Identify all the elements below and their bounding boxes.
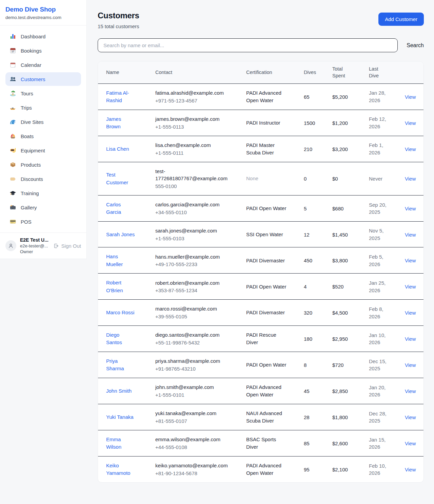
add-customer-button[interactable]: Add Customer — [378, 13, 424, 26]
customer-name-link[interactable]: Carlos Garcia — [106, 201, 135, 216]
last-dive: Feb 8, 2026 — [369, 305, 390, 320]
view-link[interactable]: View — [405, 94, 416, 100]
page-header: Customers 15 total customers Add Custome… — [98, 8, 424, 29]
customers-table-card: NameContactCertificationDivesTotal Spent… — [98, 61, 424, 483]
search-button[interactable]: Search — [407, 42, 424, 49]
sidebar-item-label: Dashboard — [21, 34, 45, 39]
sidebar-item-equipment[interactable]: Equipment — [5, 144, 81, 157]
view-link[interactable]: View — [405, 388, 416, 394]
user-info: E2E Test U... e2e-tester@... Owner — [20, 237, 50, 254]
customer-email: robert.obrien@example.com — [155, 279, 229, 287]
dives-count: 12 — [304, 232, 321, 238]
customer-name-link[interactable]: Diego Santos — [106, 331, 135, 347]
sidebar: Demo Dive Shop demo.test.divestreams.com… — [0, 0, 87, 259]
total-spent: $2,850 — [332, 388, 358, 394]
search-input[interactable] — [98, 38, 398, 52]
customer-name-link[interactable]: Robert O'Brien — [106, 279, 135, 294]
view-link[interactable]: View — [405, 206, 416, 211]
sidebar-item-pos[interactable]: POS — [5, 215, 81, 228]
customers-table: NameContactCertificationDivesTotal Spent… — [98, 61, 424, 482]
customer-phone: +353-87-555-1234 — [155, 287, 235, 294]
view-link[interactable]: View — [405, 467, 416, 472]
customer-phone: +49-170-555-2233 — [155, 261, 235, 268]
customer-name-link[interactable]: Hans Mueller — [106, 253, 135, 268]
dives-count: 450 — [304, 258, 321, 263]
last-dive: Jan 20, 2026 — [369, 384, 390, 399]
sidebar-item-boats[interactable]: Boats — [5, 129, 81, 143]
sidebar-item-label: POS — [21, 219, 32, 225]
shop-domain: demo.test.divestreams.com — [5, 15, 81, 20]
view-link[interactable]: View — [405, 284, 416, 290]
column-header-total-spent: Total Spent — [324, 61, 361, 83]
customer-email: yuki.tanaka@example.com — [155, 410, 229, 417]
view-link[interactable]: View — [405, 336, 416, 342]
sidebar-item-tours[interactable]: Tours — [5, 87, 81, 100]
customer-name-link[interactable]: Keiko Yamamoto — [106, 462, 135, 477]
view-link[interactable]: View — [405, 176, 416, 182]
customer-name-link[interactable]: Sarah Jones — [106, 231, 135, 239]
view-link[interactable]: View — [405, 362, 416, 368]
customer-name-link[interactable]: Priya Sharma — [106, 357, 135, 373]
view-link[interactable]: View — [405, 232, 416, 238]
sidebar-item-label: Equipment — [21, 148, 45, 153]
package-icon — [9, 161, 16, 168]
total-spent: $2,950 — [332, 336, 358, 342]
customer-name-link[interactable]: Lisa Chen — [106, 145, 129, 153]
customer-name-link[interactable]: Test Customer — [106, 171, 135, 186]
last-dive: Jan 15, 2026 — [369, 436, 390, 451]
sidebar-item-gallery[interactable]: Gallery — [5, 201, 81, 214]
certification: PADI Open Water — [246, 283, 288, 291]
dives-count: 5 — [304, 206, 321, 211]
sidebar-item-dive-sites[interactable]: Dive Sites — [5, 115, 81, 129]
customer-email: john.smith@example.com — [155, 384, 229, 391]
customer-email: lisa.chen@example.com — [155, 142, 229, 149]
customer-row: Fatima Al-Rashidfatima.alrashid@example.… — [98, 83, 424, 110]
column-header-contact: Contact — [147, 61, 238, 83]
sidebar-item-discounts[interactable]: Discounts — [5, 172, 81, 186]
certification: PADI Master Scuba Diver — [246, 142, 288, 157]
sidebar-item-label: Customers — [21, 76, 45, 82]
sign-out-button[interactable]: Sign Out — [53, 243, 81, 249]
view-link[interactable]: View — [405, 310, 416, 316]
certification: PADI Advanced Open Water — [246, 462, 288, 477]
sidebar-item-bookings[interactable]: 17Bookings — [5, 44, 81, 57]
column-header-certification: Certification — [238, 61, 296, 83]
customer-phone: +1-555-0103 — [155, 235, 235, 242]
total-spent: $3,800 — [332, 258, 358, 263]
customer-row: Sarah Jonessarah.jones@example.com+1-555… — [98, 221, 424, 247]
customer-name-link[interactable]: Marco Rossi — [106, 309, 134, 317]
customer-name-link[interactable]: John Smith — [106, 387, 132, 395]
total-spent: $1,450 — [332, 232, 358, 238]
motorboat-icon — [9, 104, 16, 111]
sidebar-item-label: Dive Sites — [21, 119, 44, 125]
sidebar-item-training[interactable]: Training — [5, 186, 81, 200]
last-dive: Jan 10, 2026 — [369, 332, 390, 347]
person-icon — [8, 243, 14, 249]
customer-name-link[interactable]: Fatima Al-Rashid — [106, 89, 135, 105]
customer-email: keiko.yamamoto@example.com — [155, 462, 229, 469]
sidebar-nav: Dashboard17BookingsCalendarCustomersTour… — [0, 25, 86, 232]
sidebar-item-products[interactable]: Products — [5, 158, 81, 171]
sidebar-item-label: Products — [21, 162, 41, 168]
dives-count: 8 — [304, 362, 321, 368]
graduation-cap-icon — [9, 190, 16, 197]
view-link[interactable]: View — [405, 441, 416, 446]
customer-name-link[interactable]: James Brown — [106, 115, 135, 131]
view-link[interactable]: View — [405, 258, 416, 263]
total-spent: $2,100 — [332, 467, 358, 472]
customer-email: sarah.jones@example.com — [155, 227, 229, 235]
label-tag-icon — [9, 175, 16, 182]
customer-name-link[interactable]: Emma Wilson — [106, 436, 135, 451]
customer-name-link[interactable]: Yuki Tanaka — [106, 413, 134, 421]
view-link[interactable]: View — [405, 146, 416, 152]
sidebar-item-trips[interactable]: Trips — [5, 101, 81, 114]
view-link[interactable]: View — [405, 120, 416, 126]
sidebar-item-dashboard[interactable]: Dashboard — [5, 30, 81, 43]
sidebar-item-customers[interactable]: Customers — [5, 72, 81, 86]
main-content: Customers 15 total customers Add Custome… — [87, 0, 434, 489]
island-icon — [9, 90, 16, 97]
sidebar-item-calendar[interactable]: Calendar — [5, 58, 81, 72]
column-header-actions — [397, 61, 424, 83]
view-link[interactable]: View — [405, 414, 416, 420]
avatar — [5, 240, 16, 251]
